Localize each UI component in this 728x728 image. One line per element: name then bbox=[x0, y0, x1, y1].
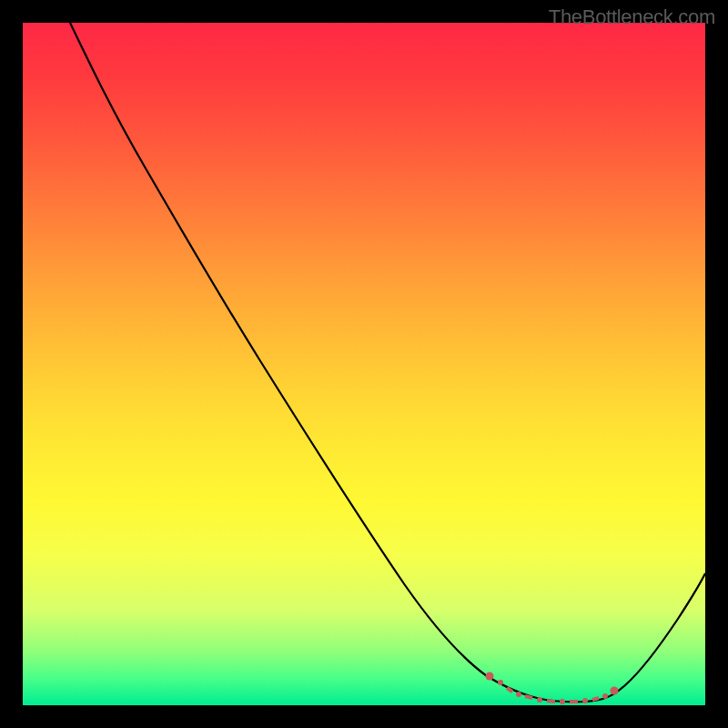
watermark-text: TheBottleneck.com bbox=[549, 5, 715, 29]
plot-background bbox=[23, 23, 705, 705]
